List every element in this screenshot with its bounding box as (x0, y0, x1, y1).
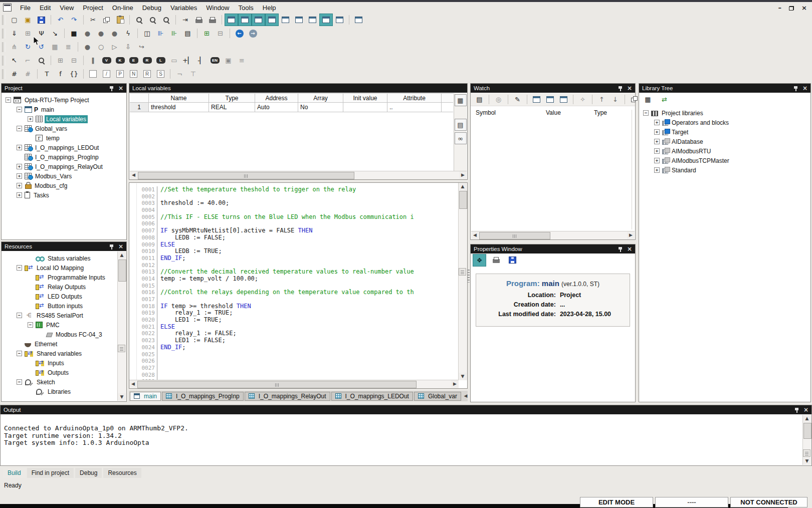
watch-column-value[interactable]: Value (546, 109, 594, 116)
watch-open-list-button[interactable] (530, 93, 543, 106)
zoom-tool-button[interactable] (35, 54, 48, 67)
expand-pins-button[interactable]: +▏ (181, 54, 194, 67)
tree-item-tasks[interactable]: +Tasks (2, 190, 126, 200)
code-line[interactable]: 0023 LED1 := FALSE; (137, 337, 459, 344)
properties-print-button[interactable] (489, 254, 503, 267)
object-properties-button[interactable]: ≡ (235, 54, 249, 67)
pin-icon[interactable] (793, 86, 798, 91)
code-line[interactable]: 0018IF temp >= threshold THEN (137, 303, 459, 310)
tree-item-modbus-vars[interactable]: +Modbus_Vars (2, 171, 126, 181)
download-code-button[interactable]: ↘ (48, 27, 62, 40)
tree-item-target[interactable]: +Target (639, 127, 810, 137)
operators-window-toggle[interactable] (279, 14, 292, 26)
vertical-splitter-grip[interactable] (468, 270, 470, 283)
toolbar-grip[interactable] (2, 69, 5, 79)
code-line[interactable]: 0014temp := temp_volt / 100.00; (137, 276, 459, 283)
code-line[interactable]: 0022 relay_1 := FALSE; (137, 330, 459, 337)
collapse-icon[interactable]: − (28, 322, 33, 328)
tree-item-i-o-mappings-ledout[interactable]: +I_O_mappings_LEDOut (2, 143, 126, 152)
code-line[interactable]: 0008 LEDB := FALSE; (137, 234, 459, 241)
code-line[interactable]: 0024END_IF; (137, 344, 459, 351)
code-line[interactable]: 0017 (137, 296, 459, 303)
collapse-icon[interactable]: − (17, 107, 22, 112)
menu-edit[interactable]: Edit (35, 3, 55, 13)
editor-tab-global-var[interactable]: Global_var (414, 392, 461, 401)
code-line[interactable]: 0012 (137, 262, 459, 269)
copy-button[interactable] (100, 14, 113, 26)
scroll-thumb[interactable] (479, 232, 550, 239)
new-network-button[interactable]: # (8, 68, 21, 80)
watch-move-up-button[interactable]: ↑ (595, 93, 608, 106)
tree-item-pmc[interactable]: −PMC (2, 320, 118, 330)
expand-icon[interactable]: + (654, 148, 660, 154)
app-icon[interactable] (3, 4, 12, 12)
coil-v-button[interactable]: V (100, 54, 113, 67)
menu-variables[interactable]: Variables (166, 3, 201, 13)
insert-network-button[interactable]: # (21, 68, 35, 80)
instance-name-button[interactable]: ▣ (222, 54, 235, 67)
breakpoint-button[interactable]: ○ (94, 41, 108, 53)
zoom-out-button[interactable]: ⊟ (67, 54, 81, 67)
toolbar-grip[interactable] (2, 56, 5, 66)
coil-e-button[interactable]: E (127, 54, 140, 67)
column-address[interactable]: Address (255, 93, 298, 103)
step-over-button[interactable]: ↪ (135, 41, 148, 53)
close-icon[interactable]: × (627, 85, 632, 91)
tree-item-modbus-fc-04-3[interactable]: Modbus FC-04_3 (2, 330, 118, 339)
connection-tool-button[interactable]: ⌐ (21, 54, 35, 67)
splitter-grip-icon[interactable] (459, 268, 466, 276)
column-array[interactable]: Array (298, 93, 343, 103)
output-vscrollbar[interactable]: ▲ ▼ (802, 415, 811, 465)
tabs-scroll-left-button[interactable]: ◀ (462, 392, 469, 400)
code-editor[interactable]: 0001//Set the temperature theshold to tr… (130, 183, 459, 380)
navigate-back-button[interactable]: ← (233, 27, 246, 40)
menu-window[interactable]: Window (201, 3, 234, 13)
pin-icon[interactable] (618, 86, 623, 91)
scroll-right-icon[interactable]: ▶ (459, 171, 467, 179)
network-label-button[interactable]: T (40, 68, 54, 80)
library-view-button[interactable]: ▦ (641, 93, 655, 106)
code-line[interactable]: 0009ELSE (137, 241, 459, 248)
collapse-icon[interactable]: − (17, 265, 22, 271)
variables-hscrollbar[interactable]: ◀ ▶ (130, 171, 467, 179)
properties-window-toggle[interactable] (238, 14, 252, 26)
code-line[interactable]: 0019 relay_1 := TRUE; (137, 310, 459, 317)
project-window-toggle[interactable] (225, 14, 238, 26)
restore-button[interactable] (789, 6, 794, 11)
code-line[interactable]: 0020 LED1 := TRUE; (137, 317, 459, 324)
menu-project[interactable]: Project (78, 3, 107, 13)
menu-file[interactable]: File (16, 3, 35, 13)
enable-enout-button[interactable]: EN (208, 54, 222, 67)
menu-tools[interactable]: Tools (234, 3, 258, 13)
variables-crossref-button[interactable]: ∞ (455, 132, 467, 144)
network-title-button[interactable]: f (54, 68, 67, 80)
editor-tab-i-o-mappings-relayout[interactable]: I_O_mappings_RelayOut (245, 392, 330, 401)
watch-hscrollbar[interactable]: ◀ ▶ (471, 231, 635, 239)
watch-list-button[interactable]: ▤ (181, 27, 194, 40)
code-line[interactable]: 0021ELSE (137, 324, 459, 331)
scroll-left-icon[interactable]: ◀ (130, 171, 137, 179)
tree-item-inputs[interactable]: Inputs (2, 358, 118, 368)
code-line[interactable]: 0010 LEDB := TRUE; (137, 248, 459, 255)
find-in-project-button[interactable] (159, 14, 173, 26)
tree-item-project-libraries[interactable]: −Project libraries (639, 108, 810, 118)
row-number-header[interactable] (130, 93, 149, 103)
tree-item-main[interactable]: −Pmain (2, 105, 126, 114)
menu-debug[interactable]: Debug (138, 3, 166, 13)
collapse-icon[interactable]: − (17, 313, 22, 318)
modifier-s-button[interactable]: S (154, 68, 167, 80)
menu-online[interactable]: On-line (108, 3, 138, 13)
expand-icon[interactable]: + (654, 129, 660, 135)
fullscreen-button[interactable] (352, 14, 365, 26)
tree-item-rs485-serialport[interactable]: −RS485 SerialPort (2, 311, 118, 320)
collapse-icon[interactable]: − (6, 97, 11, 103)
project-options-button[interactable]: ⊞ (21, 27, 35, 40)
tree-item-shared-variables[interactable]: −Shared variables (2, 349, 118, 358)
column-attribute[interactable]: Attribute (387, 93, 442, 103)
code-line[interactable]: 0028 (137, 372, 459, 379)
communication-settings-button[interactable]: ⋔ (8, 41, 21, 53)
modifier-none-button[interactable] (86, 68, 100, 80)
menu-help[interactable]: Help (258, 3, 281, 13)
output-tab-find-in-project[interactable]: Find in project (27, 468, 74, 478)
cell-array[interactable]: No (298, 103, 343, 112)
